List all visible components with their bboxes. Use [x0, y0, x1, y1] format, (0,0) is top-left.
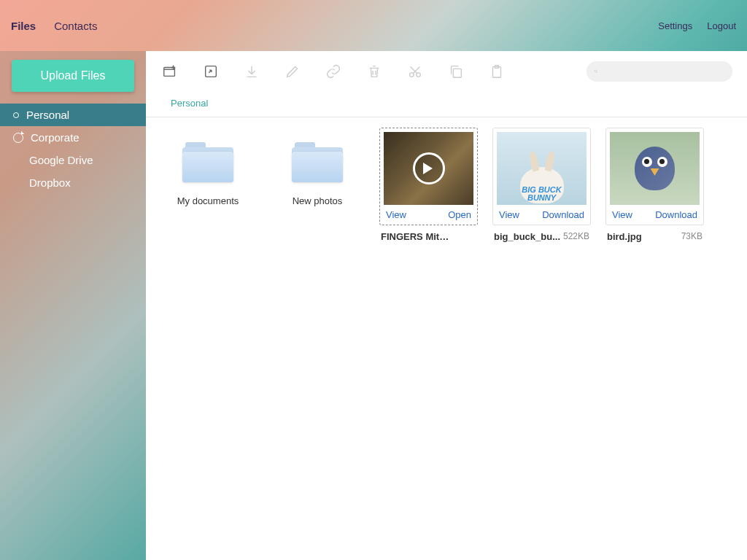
thumbnail: [606, 132, 703, 205]
copy-button[interactable]: [446, 62, 465, 81]
main-panel: Personal My documents New photos View Op…: [146, 51, 747, 560]
toolbar: [146, 51, 747, 92]
download-link[interactable]: Download: [655, 209, 697, 220]
file-item[interactable]: BIG BUCKBUNNY View Download big_buck_bu.…: [492, 128, 591, 242]
download-link[interactable]: Download: [542, 209, 584, 220]
sidebar-item-personal[interactable]: Personal: [0, 104, 146, 126]
file-card[interactable]: View Open: [379, 128, 478, 225]
nav-secondary: Settings Logout: [658, 20, 736, 31]
new-folder-button[interactable]: [160, 62, 179, 81]
file-name: bird.jpg: [607, 231, 642, 242]
sidebar-item-gdrive[interactable]: Google Drive: [0, 149, 146, 171]
download-button[interactable]: [242, 62, 261, 81]
paste-button[interactable]: [487, 62, 506, 81]
search-box[interactable]: [587, 61, 732, 82]
file-name: big_buck_bu...: [494, 231, 560, 242]
sidebar-item-label: Personal: [26, 109, 69, 121]
sidebar-item-corporate[interactable]: Corporate: [0, 126, 146, 149]
svg-rect-4: [453, 69, 461, 77]
folder-icon: [182, 142, 233, 182]
sidebar-item-label: Corporate: [31, 131, 80, 144]
file-item[interactable]: View Download bird.jpg73KB: [605, 128, 704, 242]
sidebar: Upload Files Personal Corporate Google D…: [0, 51, 146, 560]
folder-item[interactable]: My documents: [160, 128, 255, 206]
file-name: FINGERS Mitchell C...: [381, 231, 450, 242]
search-input[interactable]: [603, 66, 725, 77]
thumbnail: BIG BUCKBUNNY: [493, 132, 590, 205]
cut-button[interactable]: [406, 62, 425, 81]
nav-files[interactable]: Files: [11, 20, 36, 32]
thumbnail: [380, 132, 477, 205]
play-icon: [413, 152, 445, 184]
svg-point-7: [595, 70, 597, 72]
file-grid: My documents New photos View Open FINGER…: [146, 117, 747, 252]
file-size: 522KB: [563, 231, 589, 242]
sidebar-item-label: Google Drive: [29, 154, 93, 166]
open-link[interactable]: Open: [448, 209, 471, 220]
logout-link[interactable]: Logout: [707, 20, 736, 31]
edit-button[interactable]: [283, 62, 302, 81]
settings-link[interactable]: Settings: [658, 20, 692, 31]
folder-icon: [292, 142, 343, 182]
upload-button[interactable]: Upload Files: [12, 60, 134, 92]
share-button[interactable]: [201, 62, 220, 81]
folder-tree: Personal Corporate Google Drive Dropbox: [0, 104, 146, 194]
refresh-icon: [13, 133, 23, 143]
file-size: 73KB: [681, 231, 703, 242]
breadcrumb: Personal: [146, 92, 747, 117]
folder-label: My documents: [160, 195, 255, 206]
file-card[interactable]: BIG BUCKBUNNY View Download: [492, 128, 591, 225]
sidebar-item-label: Dropbox: [29, 176, 71, 189]
folder-label: New photos: [270, 195, 365, 206]
nav-primary: Files Contacts: [11, 20, 97, 32]
folder-item[interactable]: New photos: [270, 128, 365, 206]
view-link[interactable]: View: [612, 209, 632, 220]
view-link[interactable]: View: [499, 209, 519, 220]
view-link[interactable]: View: [386, 209, 406, 220]
delete-button[interactable]: [365, 62, 384, 81]
header: Files Contacts Settings Logout: [0, 0, 747, 51]
nav-contacts[interactable]: Contacts: [54, 20, 97, 32]
file-card[interactable]: View Download: [605, 128, 704, 225]
link-button[interactable]: [324, 62, 343, 81]
search-icon: [594, 66, 598, 77]
bullet-icon: [13, 112, 19, 118]
sidebar-item-dropbox[interactable]: Dropbox: [0, 171, 146, 194]
file-item[interactable]: View Open FINGERS Mitchell C...: [379, 128, 478, 242]
breadcrumb-current[interactable]: Personal: [171, 98, 208, 109]
